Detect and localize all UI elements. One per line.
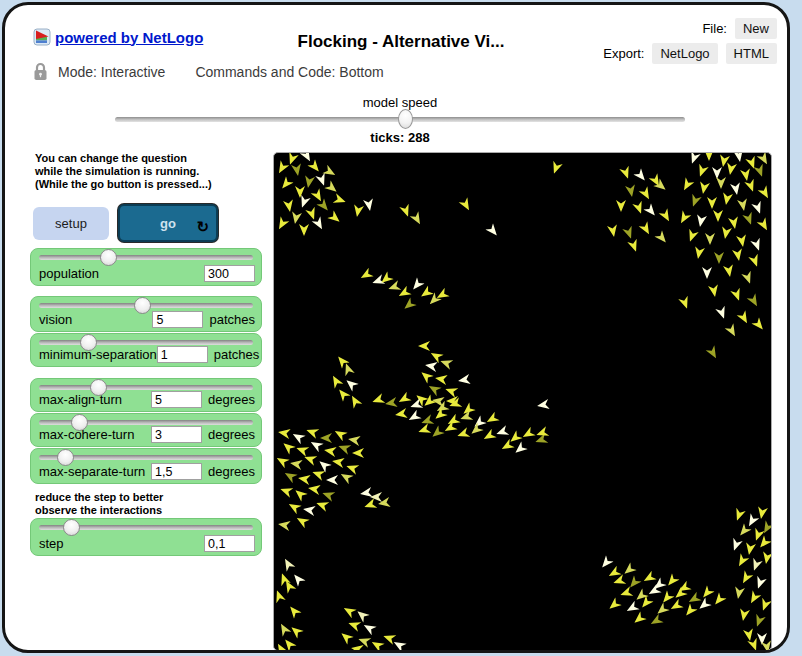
turtle-bird <box>618 165 633 180</box>
slider-max-separate-turn[interactable]: max-separate-turn degrees <box>30 448 262 484</box>
slider-unit: patches <box>209 312 255 327</box>
slider-vision[interactable]: vision patches <box>30 296 262 332</box>
turtle-bird <box>485 223 502 240</box>
turtle-bird <box>377 496 391 510</box>
turtle-bird <box>732 152 746 163</box>
turtle-bird <box>534 425 549 440</box>
turtle-bird <box>277 518 291 532</box>
slider-label: vision <box>39 312 152 327</box>
turtle-bird <box>684 228 699 243</box>
turtle-bird <box>729 287 744 302</box>
slider-value-input[interactable] <box>151 391 202 408</box>
turtle-bird <box>548 160 563 175</box>
app-window: powered by NetLogo Flocking - Alternativ… <box>2 2 790 653</box>
slider-label: population <box>39 266 204 281</box>
turtle-bird <box>536 398 550 412</box>
export-html-button[interactable]: HTML <box>726 43 777 64</box>
turtle-bird <box>314 497 329 512</box>
turtle-bird <box>760 551 772 565</box>
turtle-bird <box>738 570 754 586</box>
slider-track[interactable] <box>39 385 253 390</box>
file-row: File: New <box>702 18 777 39</box>
world-view-canvas[interactable] <box>273 152 772 650</box>
slider-value-input[interactable] <box>204 265 255 282</box>
turtle-bird <box>722 264 736 278</box>
turtle-bird <box>290 163 304 177</box>
commands-code-text: Commands and Code: Bottom <box>195 64 383 80</box>
turtle-bird <box>752 163 767 178</box>
model-speed-slider[interactable] <box>115 117 685 122</box>
note-line: You can change the question <box>35 152 212 165</box>
turtle-bird <box>307 482 321 496</box>
turtle-bird <box>735 234 749 248</box>
turtle-bird <box>633 168 650 185</box>
app-content: powered by NetLogo Flocking - Alternativ… <box>5 5 787 650</box>
slider-thumb[interactable] <box>100 249 117 266</box>
slider-max-align-turn[interactable]: max-align-turn degrees <box>30 378 262 412</box>
setup-button[interactable]: setup <box>33 207 109 240</box>
turtle-bird <box>286 603 303 620</box>
model-speed-thumb[interactable] <box>398 109 413 129</box>
turtle-bird <box>694 163 709 178</box>
turtle-bird <box>704 233 716 245</box>
slider-label: max-align-turn <box>39 392 151 407</box>
turtle-bird <box>747 253 762 268</box>
turtle-bird <box>638 186 654 202</box>
turtle-bird <box>326 474 338 486</box>
turtle-bird <box>289 211 303 225</box>
turtle-bird <box>654 230 671 247</box>
export-row: Export: NetLogo HTML <box>603 43 777 64</box>
go-button[interactable]: go ↻ <box>118 204 218 242</box>
turtle-bird <box>352 447 364 459</box>
turtle-bird <box>712 210 724 222</box>
slider-track[interactable] <box>39 340 253 345</box>
turtle-bird <box>731 248 745 262</box>
turtle-bird <box>278 483 293 498</box>
turtle-bird <box>751 613 766 628</box>
slider-value-input[interactable] <box>157 346 208 363</box>
turtle-bird <box>743 542 757 556</box>
turtle-bird <box>706 197 718 209</box>
turtle-bird <box>282 468 298 484</box>
turtle-bird <box>332 192 347 207</box>
turtle-bird <box>697 181 711 195</box>
ticks-counter: ticks: 288 <box>235 130 565 145</box>
slider-unit: degrees <box>208 392 255 407</box>
turtle-bird <box>331 455 345 469</box>
turtle-bird <box>724 162 738 176</box>
turtle-bird <box>732 586 746 600</box>
turtle-bird <box>751 317 768 334</box>
turtle-bird <box>277 426 291 440</box>
turtle-bird <box>624 184 638 198</box>
turtle-bird <box>736 198 750 212</box>
slider-value-input[interactable] <box>152 311 203 328</box>
export-netlogo-button[interactable]: NetLogo <box>652 43 717 64</box>
slider-max-cohere-turn[interactable]: max-cohere-turn degrees <box>30 413 262 447</box>
slider-thumb[interactable] <box>63 519 80 536</box>
turtle-bird <box>757 185 772 201</box>
note-line: while the simulation is running. <box>35 165 212 178</box>
turtle-bird <box>280 556 296 572</box>
turtle-bird <box>749 237 764 252</box>
slider-value-input[interactable] <box>204 535 255 552</box>
file-new-button[interactable]: New <box>735 18 777 39</box>
slider-minimum-separation[interactable]: minimum-separation patches <box>30 333 262 367</box>
turtle-bird <box>606 597 623 614</box>
turtle-bird <box>720 192 734 206</box>
slider-population[interactable]: population <box>30 248 262 286</box>
slider-unit: degrees <box>208 464 255 479</box>
slider-step[interactable]: step <box>30 518 262 556</box>
turtle-bird <box>350 642 364 650</box>
mode-row: Mode: Interactive Commands and Code: Bot… <box>33 62 384 81</box>
slider-value-input[interactable] <box>151 426 202 443</box>
turtle-bird <box>457 373 471 387</box>
slider-value-input[interactable] <box>151 463 202 480</box>
turtle-bird <box>705 345 721 361</box>
turtle-bird <box>746 293 762 309</box>
turtle-bird <box>310 466 325 481</box>
turtle-bird <box>278 176 295 193</box>
slider-track[interactable] <box>39 255 253 260</box>
powered-by-netlogo-link[interactable]: powered by NetLogo <box>55 29 203 46</box>
turtle-bird <box>458 197 474 213</box>
netlogo-brand[interactable]: powered by NetLogo <box>33 28 203 46</box>
